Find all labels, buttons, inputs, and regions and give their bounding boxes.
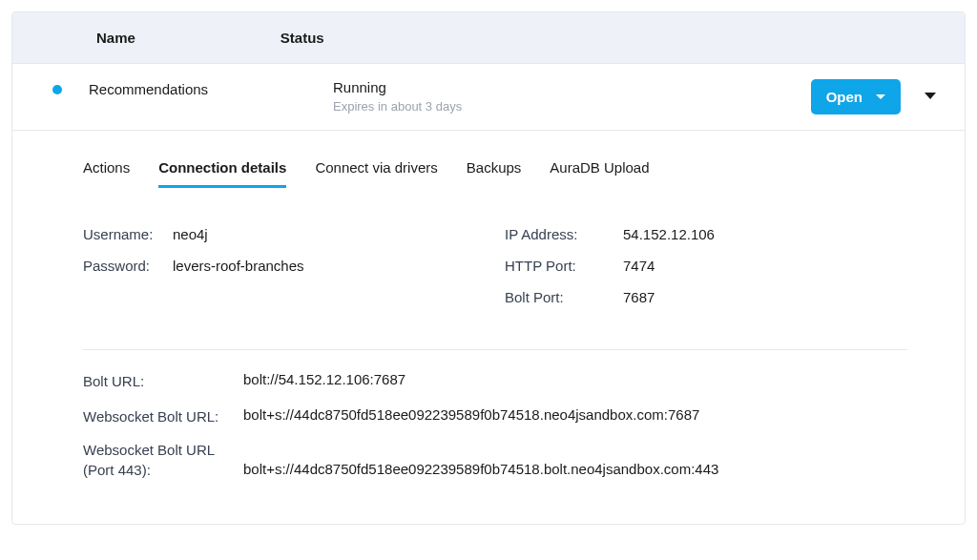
details-section: Actions Connection details Connect via d…	[12, 131, 965, 524]
connection-columns: Username: neo4j Password: levers-roof-br…	[83, 226, 907, 321]
ws-bolt-url-443-row: Websocket Bolt URL (Port 443): bolt+s://…	[83, 442, 907, 480]
bolt-url-label: Bolt URL:	[83, 371, 243, 391]
bolt-port-row: Bolt Port: 7687	[505, 289, 907, 305]
status-text: Running	[333, 79, 811, 95]
tab-auradb-upload[interactable]: AuraDB Upload	[550, 159, 649, 188]
ws-bolt-url-row: Websocket Bolt URL: bolt+s://44dc8750fd5…	[83, 406, 907, 426]
bolt-url-value: bolt://54.152.12.106:7687	[243, 371, 907, 387]
ip-row: IP Address: 54.152.12.106	[505, 226, 907, 242]
instance-panel: Name Status Recommendations Running Expi…	[11, 11, 966, 525]
bolt-url-row: Bolt URL: bolt://54.152.12.106:7687	[83, 371, 907, 391]
password-value: levers-roof-branches	[173, 258, 304, 274]
header-name: Name	[96, 30, 135, 46]
open-button-label: Open	[826, 89, 863, 105]
status-dot-icon	[52, 85, 62, 94]
header-status: Status	[281, 30, 324, 46]
tab-backups[interactable]: Backups	[467, 159, 522, 188]
expand-toggle-icon[interactable]	[925, 93, 936, 99]
tabs: Actions Connection details Connect via d…	[83, 159, 907, 188]
ws-bolt-url-443-value: bolt+s://44dc8750fd518ee092239589f0b7451…	[243, 442, 907, 477]
username-row: Username: neo4j	[83, 226, 505, 242]
username-value: neo4j	[173, 226, 208, 242]
password-row: Password: levers-roof-branches	[83, 258, 505, 274]
http-port-row: HTTP Port: 7474	[505, 258, 907, 274]
http-port-value: 7474	[623, 258, 655, 274]
bolt-port-value: 7687	[623, 289, 655, 305]
caret-down-icon	[876, 94, 885, 99]
tab-actions[interactable]: Actions	[83, 159, 130, 188]
divider	[83, 349, 907, 350]
bolt-port-label: Bolt Port:	[505, 289, 623, 305]
tab-connect-via-drivers[interactable]: Connect via drivers	[315, 159, 437, 188]
ws-bolt-url-443-label: Websocket Bolt URL (Port 443):	[83, 440, 243, 480]
status-block: Running Expires in about 3 days	[333, 79, 811, 114]
instance-row: Recommendations Running Expires in about…	[12, 64, 965, 131]
instance-name: Recommendations	[89, 79, 333, 97]
password-label: Password:	[83, 258, 173, 274]
ws-bolt-url-label: Websocket Bolt URL:	[83, 406, 243, 426]
ws-bolt-url-value: bolt+s://44dc8750fd518ee092239589f0b7451…	[243, 406, 907, 423]
network-column: IP Address: 54.152.12.106 HTTP Port: 747…	[505, 226, 907, 321]
tab-connection-details[interactable]: Connection details	[158, 159, 286, 188]
http-port-label: HTTP Port:	[505, 258, 623, 274]
username-label: Username:	[83, 226, 173, 242]
table-header: Name Status	[12, 12, 965, 64]
credentials-column: Username: neo4j Password: levers-roof-br…	[83, 226, 505, 321]
open-button[interactable]: Open	[811, 79, 901, 114]
ip-value: 54.152.12.106	[623, 226, 715, 242]
ip-label: IP Address:	[505, 226, 623, 242]
status-expires: Expires in about 3 days	[333, 99, 811, 114]
